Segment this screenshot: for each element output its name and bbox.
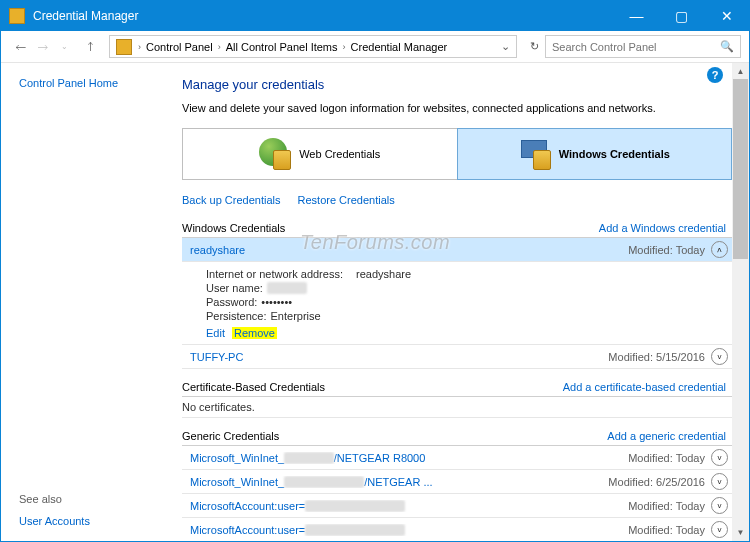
chevron-down-icon[interactable]: v	[711, 348, 728, 365]
detail-username-value: xxxxx	[267, 282, 307, 294]
detail-persistence-label: Persistence:	[206, 310, 267, 322]
add-certificate-credential-link[interactable]: Add a certificate-based credential	[563, 381, 732, 393]
detail-username-label: User name:	[206, 282, 263, 294]
nav-bar: 🡐 🡒 ⌄ 🡑 › Control Panel › All Control Pa…	[1, 31, 749, 63]
certificate-credentials-section: Certificate-Based Credentials Add a cert…	[182, 379, 732, 418]
page-title: Manage your credentials	[182, 77, 732, 92]
credential-row[interactable]: TUFFY-PC Modified: 5/15/2016 v	[182, 345, 732, 369]
tab-windows-credentials[interactable]: Windows Credentials	[457, 128, 733, 180]
credential-modified: Modified: Today	[628, 524, 705, 536]
credential-modified: Modified: 6/25/2016	[608, 476, 705, 488]
close-button[interactable]: ✕	[704, 1, 749, 31]
see-also-label: See also	[19, 493, 90, 505]
back-button[interactable]: 🡐	[9, 36, 31, 58]
title-bar: Credential Manager — ▢ ✕	[1, 1, 749, 31]
control-panel-home-link[interactable]: Control Panel Home	[19, 77, 166, 89]
help-icon[interactable]: ?	[707, 67, 723, 83]
backup-credentials-link[interactable]: Back up Credentials	[182, 194, 280, 206]
search-box[interactable]: 🔍	[545, 35, 741, 58]
detail-address-value: readyshare	[356, 268, 411, 280]
chevron-right-icon: ›	[216, 42, 223, 52]
credential-modified: Modified: Today	[628, 452, 705, 464]
scroll-thumb[interactable]	[733, 79, 748, 259]
windows-credentials-section: Windows Credentials Add a Windows creden…	[182, 220, 732, 369]
no-certificates-text: No certificates.	[182, 397, 732, 418]
credential-name: readyshare	[190, 244, 628, 256]
restore-credentials-link[interactable]: Restore Credentials	[298, 194, 395, 206]
breadcrumb[interactable]: Control Panel	[143, 41, 216, 53]
edit-credential-link[interactable]: Edit	[206, 327, 225, 339]
credential-tabs: Web Credentials Windows Credentials	[182, 128, 732, 180]
section-label: Windows Credentials	[182, 222, 285, 234]
chevron-down-icon[interactable]: v	[711, 473, 728, 490]
tab-label: Web Credentials	[299, 148, 380, 160]
chevron-right-icon: ›	[136, 42, 143, 52]
credential-row[interactable]: Microsoft_WinInet_xxxxxxxxxxxxxx/NETGEAR…	[182, 470, 732, 494]
search-input[interactable]	[552, 41, 720, 53]
scroll-up-icon[interactable]: ▲	[732, 63, 749, 80]
globe-vault-icon	[259, 138, 291, 170]
credential-name: MicrosoftAccount:user=xxxxxxxxxxxxxx	[190, 500, 628, 512]
credential-row[interactable]: MicrosoftAccount:user=xxxxxxxxxxxxxx Mod…	[182, 494, 732, 518]
credential-name: MicrosoftAccount:user=xxxxxxxxxxxxxx	[190, 524, 628, 536]
tab-web-credentials[interactable]: Web Credentials	[182, 128, 457, 180]
app-icon	[9, 8, 25, 24]
credential-name: Microsoft_WinInet_xxxxxxxxxxxxxx/NETGEAR…	[190, 476, 608, 488]
detail-address-label: Internet or network address:	[206, 268, 356, 280]
breadcrumb[interactable]: All Control Panel Items	[223, 41, 341, 53]
minimize-button[interactable]: —	[614, 1, 659, 31]
section-label: Generic Credentials	[182, 430, 279, 442]
credential-name: TUFFY-PC	[190, 351, 608, 363]
section-label: Certificate-Based Credentials	[182, 381, 325, 393]
maximize-button[interactable]: ▢	[659, 1, 704, 31]
main-area: Control Panel Home See also User Account…	[1, 63, 749, 541]
content-pane: Manage your credentials View and delete …	[176, 63, 732, 541]
chevron-right-icon: ›	[341, 42, 348, 52]
detail-persistence-value: Enterprise	[271, 310, 321, 322]
breadcrumb[interactable]: Credential Manager	[348, 41, 451, 53]
scroll-down-icon[interactable]: ▼	[732, 524, 749, 541]
chevron-down-icon[interactable]: v	[711, 497, 728, 514]
address-icon	[116, 39, 132, 55]
monitor-vault-icon	[519, 138, 551, 170]
vertical-scrollbar[interactable]: ▲ ▼	[732, 63, 749, 541]
detail-password-label: Password:	[206, 296, 257, 308]
refresh-button[interactable]: ↻	[523, 40, 545, 53]
window-title: Credential Manager	[33, 9, 614, 23]
add-windows-credential-link[interactable]: Add a Windows credential	[599, 222, 732, 234]
recent-dropdown[interactable]: ⌄	[53, 36, 75, 58]
credential-modified: Modified: Today	[628, 244, 705, 256]
forward-button[interactable]: 🡒	[31, 36, 53, 58]
credential-modified: Modified: 5/15/2016	[608, 351, 705, 363]
credential-row[interactable]: readyshare Modified: Today ʌ	[182, 238, 732, 262]
tab-label: Windows Credentials	[559, 148, 670, 160]
up-button[interactable]: 🡑	[79, 36, 101, 58]
credential-row[interactable]: MicrosoftAccount:user=xxxxxxxxxxxxxx Mod…	[182, 518, 732, 541]
user-accounts-link[interactable]: User Accounts	[19, 515, 90, 527]
add-generic-credential-link[interactable]: Add a generic credential	[607, 430, 732, 442]
credential-name: Microsoft_WinInet_xxxxxxxxx/NETGEAR R800…	[190, 452, 628, 464]
chevron-up-icon[interactable]: ʌ	[711, 241, 728, 258]
page-subtitle: View and delete your saved logon informa…	[182, 102, 732, 114]
remove-credential-link[interactable]: Remove	[232, 327, 277, 339]
chevron-down-icon[interactable]: v	[711, 521, 728, 538]
search-icon[interactable]: 🔍	[720, 40, 734, 53]
chevron-down-icon[interactable]: v	[711, 449, 728, 466]
left-pane: Control Panel Home See also User Account…	[1, 63, 176, 541]
address-dropdown-icon[interactable]: ⌄	[497, 40, 514, 53]
credential-modified: Modified: Today	[628, 500, 705, 512]
generic-credentials-section: Generic Credentials Add a generic creden…	[182, 428, 732, 541]
credential-detail: Internet or network address:readyshare U…	[182, 262, 732, 345]
credential-row[interactable]: Microsoft_WinInet_xxxxxxxxx/NETGEAR R800…	[182, 446, 732, 470]
detail-password-value: ••••••••	[261, 296, 292, 308]
address-bar[interactable]: › Control Panel › All Control Panel Item…	[109, 35, 517, 58]
